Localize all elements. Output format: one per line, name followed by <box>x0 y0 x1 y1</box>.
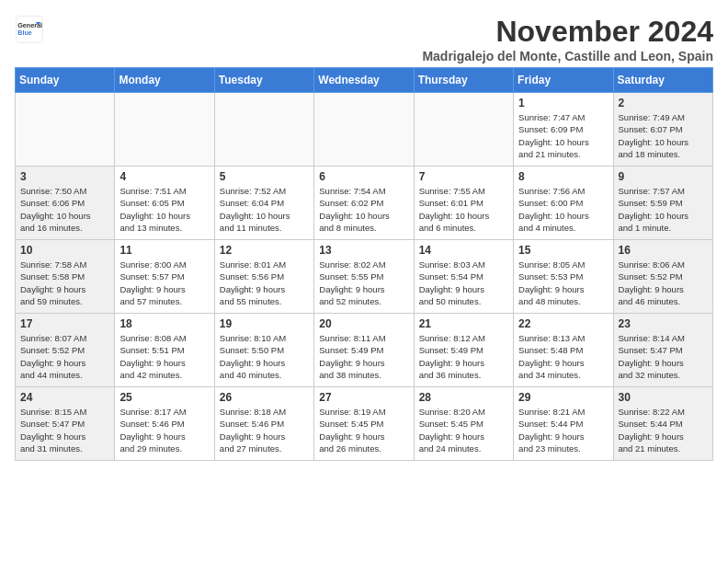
day-number: 25 <box>119 391 209 404</box>
day-cell: 10Sunrise: 7:58 AM Sunset: 5:58 PM Dayli… <box>16 240 115 314</box>
day-cell: 12Sunrise: 8:01 AM Sunset: 5:56 PM Dayli… <box>214 240 313 314</box>
day-cell: 11Sunrise: 8:00 AM Sunset: 5:57 PM Dayli… <box>115 240 214 314</box>
day-info: Sunrise: 8:12 AM Sunset: 5:49 PM Dayligh… <box>419 332 508 381</box>
day-cell: 15Sunrise: 8:05 AM Sunset: 5:53 PM Dayli… <box>514 240 613 314</box>
logo-icon: General Blue <box>15 15 44 44</box>
day-info: Sunrise: 8:02 AM Sunset: 5:55 PM Dayligh… <box>319 259 408 307</box>
day-info: Sunrise: 7:55 AM Sunset: 6:01 PM Dayligh… <box>419 185 508 234</box>
week-row-0: 1Sunrise: 7:47 AM Sunset: 6:09 PM Daylig… <box>16 93 713 167</box>
svg-text:Blue: Blue <box>17 29 32 37</box>
day-cell: 29Sunrise: 8:21 AM Sunset: 5:44 PM Dayli… <box>514 387 613 461</box>
day-info: Sunrise: 7:51 AM Sunset: 6:05 PM Dayligh… <box>119 185 209 234</box>
day-number: 20 <box>319 317 408 330</box>
header-cell-thursday: Thursday <box>414 68 513 93</box>
header-cell-wednesday: Wednesday <box>314 68 414 93</box>
day-cell: 13Sunrise: 8:02 AM Sunset: 5:55 PM Dayli… <box>314 240 414 314</box>
day-info: Sunrise: 8:19 AM Sunset: 5:45 PM Dayligh… <box>319 406 408 454</box>
day-info: Sunrise: 8:01 AM Sunset: 5:56 PM Dayligh… <box>220 259 309 307</box>
svg-text:General: General <box>17 21 42 29</box>
day-number: 14 <box>419 244 508 257</box>
day-cell: 14Sunrise: 8:03 AM Sunset: 5:54 PM Dayli… <box>414 240 513 314</box>
day-cell: 3Sunrise: 7:50 AM Sunset: 6:06 PM Daylig… <box>16 167 115 240</box>
day-number: 19 <box>220 317 309 330</box>
day-cell: 24Sunrise: 8:15 AM Sunset: 5:47 PM Dayli… <box>16 387 115 461</box>
header-cell-saturday: Saturday <box>613 68 712 93</box>
day-cell: 17Sunrise: 8:07 AM Sunset: 5:52 PM Dayli… <box>16 314 115 387</box>
day-cell: 21Sunrise: 8:12 AM Sunset: 5:49 PM Dayli… <box>414 314 513 387</box>
day-cell <box>314 93 414 167</box>
day-info: Sunrise: 8:00 AM Sunset: 5:57 PM Dayligh… <box>119 259 209 307</box>
day-number: 16 <box>619 244 708 257</box>
day-cell <box>16 93 115 167</box>
week-row-3: 17Sunrise: 8:07 AM Sunset: 5:52 PM Dayli… <box>16 314 713 387</box>
title-area: November 2024 Madrigalejo del Monte, Cas… <box>422 15 713 63</box>
day-number: 1 <box>518 97 608 109</box>
day-cell: 2Sunrise: 7:49 AM Sunset: 6:07 PM Daylig… <box>613 93 712 167</box>
day-info: Sunrise: 8:07 AM Sunset: 5:52 PM Dayligh… <box>20 332 109 381</box>
header-cell-monday: Monday <box>115 68 214 93</box>
day-cell: 7Sunrise: 7:55 AM Sunset: 6:01 PM Daylig… <box>414 167 513 240</box>
day-cell: 16Sunrise: 8:06 AM Sunset: 5:52 PM Dayli… <box>613 240 712 314</box>
day-cell: 4Sunrise: 7:51 AM Sunset: 6:05 PM Daylig… <box>115 167 214 240</box>
day-info: Sunrise: 8:15 AM Sunset: 5:47 PM Dayligh… <box>20 406 109 454</box>
day-number: 17 <box>20 317 109 330</box>
day-cell: 27Sunrise: 8:19 AM Sunset: 5:45 PM Dayli… <box>314 387 414 461</box>
day-cell: 1Sunrise: 7:47 AM Sunset: 6:09 PM Daylig… <box>514 93 613 167</box>
day-info: Sunrise: 8:21 AM Sunset: 5:44 PM Dayligh… <box>518 406 608 454</box>
day-info: Sunrise: 8:18 AM Sunset: 5:46 PM Dayligh… <box>220 406 309 454</box>
day-info: Sunrise: 8:17 AM Sunset: 5:46 PM Dayligh… <box>119 406 209 454</box>
day-cell: 22Sunrise: 8:13 AM Sunset: 5:48 PM Dayli… <box>514 314 613 387</box>
day-info: Sunrise: 8:05 AM Sunset: 5:53 PM Dayligh… <box>518 259 608 307</box>
day-cell: 23Sunrise: 8:14 AM Sunset: 5:47 PM Dayli… <box>613 314 712 387</box>
logo: General Blue <box>15 15 44 44</box>
day-info: Sunrise: 8:22 AM Sunset: 5:44 PM Dayligh… <box>619 406 708 454</box>
day-number: 23 <box>619 317 708 330</box>
day-cell: 30Sunrise: 8:22 AM Sunset: 5:44 PM Dayli… <box>613 387 712 461</box>
day-cell: 20Sunrise: 8:11 AM Sunset: 5:49 PM Dayli… <box>314 314 414 387</box>
day-info: Sunrise: 8:14 AM Sunset: 5:47 PM Dayligh… <box>619 332 708 381</box>
header-row: SundayMondayTuesdayWednesdayThursdayFrid… <box>16 68 713 93</box>
day-number: 18 <box>119 317 209 330</box>
day-info: Sunrise: 7:52 AM Sunset: 6:04 PM Dayligh… <box>220 185 309 234</box>
day-info: Sunrise: 8:06 AM Sunset: 5:52 PM Dayligh… <box>619 259 708 307</box>
day-number: 8 <box>518 170 608 183</box>
day-info: Sunrise: 8:03 AM Sunset: 5:54 PM Dayligh… <box>419 259 508 307</box>
day-info: Sunrise: 8:08 AM Sunset: 5:51 PM Dayligh… <box>119 332 209 381</box>
day-cell <box>414 93 513 167</box>
day-number: 11 <box>119 244 209 257</box>
subtitle: Madrigalejo del Monte, Castille and Leon… <box>422 49 713 63</box>
day-info: Sunrise: 7:47 AM Sunset: 6:09 PM Dayligh… <box>518 111 608 160</box>
day-info: Sunrise: 8:13 AM Sunset: 5:48 PM Dayligh… <box>518 332 608 381</box>
day-number: 12 <box>220 244 309 257</box>
day-info: Sunrise: 7:58 AM Sunset: 5:58 PM Dayligh… <box>20 259 109 307</box>
month-title: November 2024 <box>422 15 713 49</box>
day-cell <box>214 93 313 167</box>
day-info: Sunrise: 8:20 AM Sunset: 5:45 PM Dayligh… <box>419 406 508 454</box>
day-info: Sunrise: 7:49 AM Sunset: 6:07 PM Dayligh… <box>619 111 708 160</box>
day-cell: 9Sunrise: 7:57 AM Sunset: 5:59 PM Daylig… <box>613 167 712 240</box>
day-number: 10 <box>20 244 109 257</box>
day-number: 7 <box>419 170 508 183</box>
day-cell: 26Sunrise: 8:18 AM Sunset: 5:46 PM Dayli… <box>214 387 313 461</box>
week-row-4: 24Sunrise: 8:15 AM Sunset: 5:47 PM Dayli… <box>16 387 713 461</box>
day-cell: 6Sunrise: 7:54 AM Sunset: 6:02 PM Daylig… <box>314 167 414 240</box>
day-number: 2 <box>619 97 708 109</box>
day-info: Sunrise: 7:57 AM Sunset: 5:59 PM Dayligh… <box>619 185 708 234</box>
day-number: 21 <box>419 317 508 330</box>
day-number: 24 <box>20 391 109 404</box>
day-cell: 18Sunrise: 8:08 AM Sunset: 5:51 PM Dayli… <box>115 314 214 387</box>
day-number: 27 <box>319 391 408 404</box>
day-number: 5 <box>220 170 309 183</box>
day-info: Sunrise: 7:50 AM Sunset: 6:06 PM Dayligh… <box>20 185 109 234</box>
day-info: Sunrise: 8:10 AM Sunset: 5:50 PM Dayligh… <box>220 332 309 381</box>
day-cell: 5Sunrise: 7:52 AM Sunset: 6:04 PM Daylig… <box>214 167 313 240</box>
day-number: 4 <box>119 170 209 183</box>
day-number: 29 <box>518 391 608 404</box>
day-number: 15 <box>518 244 608 257</box>
header-cell-friday: Friday <box>514 68 613 93</box>
day-cell: 25Sunrise: 8:17 AM Sunset: 5:46 PM Dayli… <box>115 387 214 461</box>
day-number: 9 <box>619 170 708 183</box>
day-number: 28 <box>419 391 508 404</box>
calendar-table: SundayMondayTuesdayWednesdayThursdayFrid… <box>15 67 713 461</box>
day-number: 13 <box>319 244 408 257</box>
